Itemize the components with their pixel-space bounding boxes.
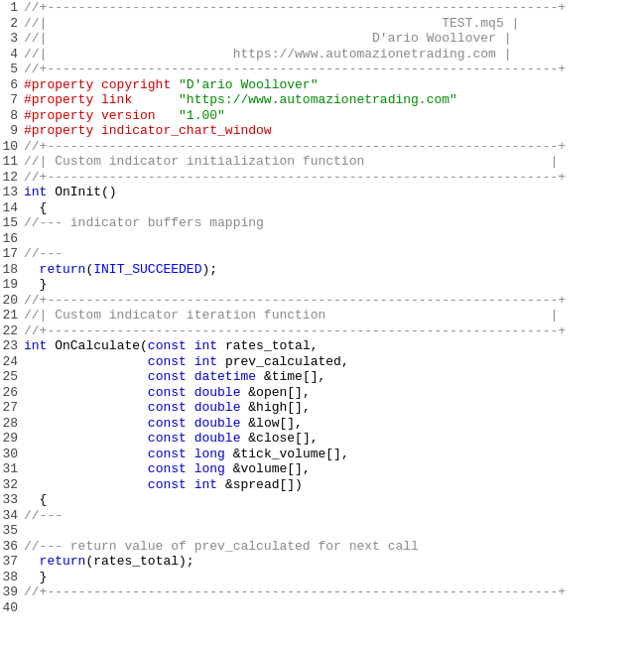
line-7: 7 #property link "https://www.automazion…	[0, 92, 644, 108]
line-24: 24 const int prev_calculated,	[0, 354, 644, 370]
line-30: 30 const long &tick_volume[],	[0, 447, 644, 462]
line-39: 39 //+----------------------------------…	[0, 584, 644, 600]
line-2: 2 //| TEST.mq5 |	[0, 16, 644, 32]
line-19: 19 }	[0, 277, 644, 293]
line-12: 12 //+----------------------------------…	[0, 170, 644, 186]
line-28: 28 const double &low[],	[0, 416, 644, 432]
line-5: 5 //+-----------------------------------…	[0, 62, 644, 77]
line-21: 21 //| Custom indicator iteration functi…	[0, 308, 644, 323]
line-15: 15 //--- indicator buffers mapping	[0, 215, 644, 231]
line-31: 31 const long &volume[],	[0, 461, 644, 477]
line-4: 4 //| https://www.automazionetrading.com…	[0, 47, 644, 63]
line-40: 40	[0, 600, 644, 616]
line-32: 32 const int &spread[])	[0, 477, 644, 493]
line-25: 25 const datetime &time[],	[0, 369, 644, 385]
line-17: 17 //---	[0, 246, 644, 262]
line-23: 23 int OnCalculate(const int rates_total…	[0, 338, 644, 354]
line-8: 8 #property version "1.00"	[0, 108, 644, 124]
line-29: 29 const double &close[],	[0, 431, 644, 447]
line-38: 38 }	[0, 570, 644, 585]
line-20: 20 //+----------------------------------…	[0, 293, 644, 309]
line-22: 22 //+----------------------------------…	[0, 323, 644, 339]
line-6: 6 #property copyright "D'ario Woollover"	[0, 77, 644, 93]
line-13: 13 int OnInit()	[0, 185, 644, 200]
line-14: 14 {	[0, 200, 644, 216]
line-34: 34 //---	[0, 508, 644, 524]
line-3: 3 //| D'ario Woollover |	[0, 31, 644, 47]
line-36: 36 //--- return value of prev_calculated…	[0, 539, 644, 555]
line-10: 10 //+----------------------------------…	[0, 139, 644, 155]
line-11: 11 //| Custom indicator initialization f…	[0, 154, 644, 170]
line-35: 35	[0, 523, 644, 539]
line-26: 26 const double &open[],	[0, 385, 644, 401]
line-27: 27 const double &high[],	[0, 400, 644, 416]
line-9: 9 #property indicator_chart_window	[0, 123, 644, 139]
line-1: 1 //+-----------------------------------…	[0, 0, 644, 16]
code-editor: 1 //+-----------------------------------…	[0, 0, 644, 645]
line-18: 18 return(INIT_SUCCEEDED);	[0, 262, 644, 278]
line-16: 16	[0, 231, 644, 247]
line-37: 37 return(rates_total);	[0, 554, 644, 570]
line-33: 33 {	[0, 492, 644, 508]
